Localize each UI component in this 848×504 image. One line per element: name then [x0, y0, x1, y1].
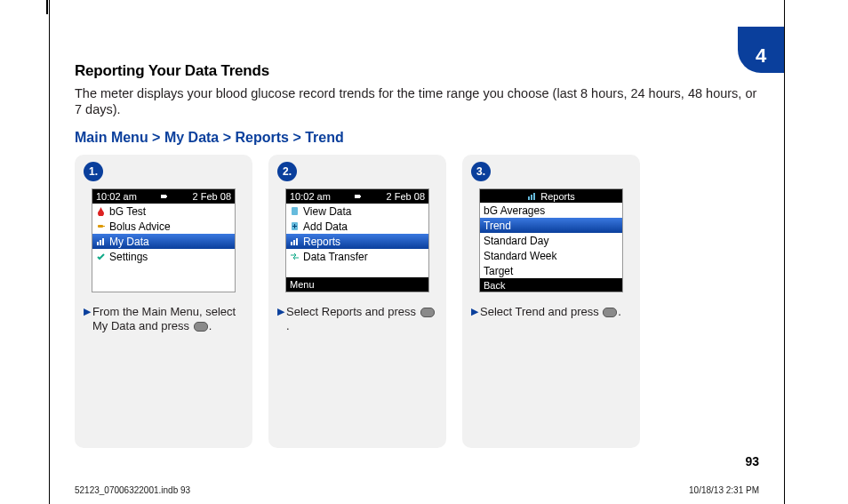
section-title: Reporting Your Data Trends	[75, 62, 759, 80]
menu-item-label: bG Test	[109, 205, 146, 218]
svg-rect-1	[166, 196, 167, 197]
chart-icon	[290, 236, 300, 246]
menu-item-standard-week[interactable]: Standard Week	[480, 248, 622, 263]
chart-icon	[96, 236, 106, 246]
status-date: 2 Feb 08	[387, 191, 425, 202]
bullet-icon: ▶	[277, 305, 284, 332]
drop-icon	[96, 206, 106, 216]
device-screen-reports: Reports bG Averages Trend Standard Day S…	[479, 188, 623, 292]
svg-rect-14	[528, 196, 530, 200]
status-date: 2 Feb 08	[193, 191, 231, 202]
svg-rect-0	[161, 195, 166, 198]
button-icon	[194, 322, 208, 332]
menu-item-reports[interactable]: Reports	[286, 234, 428, 249]
button-icon	[420, 308, 435, 317]
menu-item-trend[interactable]: Trend	[480, 218, 622, 233]
menu-item-my-data[interactable]: My Data	[92, 234, 235, 249]
menu-item-label: Reports	[303, 236, 340, 248]
screen-filler	[92, 264, 235, 292]
steps-row: 1. 10:02 am 2 Feb 08 bG Test	[75, 155, 759, 448]
menu-list: View Data Add Data Reports Data Transfer	[286, 204, 428, 264]
menu-item-bg-averages[interactable]: bG Averages	[480, 203, 622, 218]
device-screen-main-menu: 10:02 am 2 Feb 08 bG Test	[92, 188, 236, 292]
menu-list: bG Test Bolus Advice My Data Settings	[92, 204, 235, 264]
footer-filename: 52123_07006322001.indb 93	[75, 485, 190, 495]
intro-text: The meter displays your blood glucose re…	[75, 85, 759, 117]
menu-item-label: My Data	[109, 236, 149, 248]
battery-icon	[161, 193, 168, 200]
svg-rect-11	[291, 242, 292, 245]
status-time: 10:02 am	[96, 191, 137, 202]
svg-rect-8	[360, 196, 361, 197]
softkey-label: Menu	[290, 279, 315, 290]
menu-item-label: Standard Day	[484, 235, 548, 247]
crop-mark	[46, 0, 48, 14]
step-card-2: 2. 10:02 am 2 Feb 08 View Data	[268, 155, 446, 448]
plus-icon	[290, 221, 300, 231]
step-badge: 3.	[471, 162, 491, 181]
menu-item-target[interactable]: Target	[480, 263, 622, 278]
menu-item-add-data[interactable]: Add Data	[286, 219, 428, 234]
device-screen-my-data: 10:02 am 2 Feb 08 View Data	[285, 188, 429, 292]
status-time: 10:02 am	[290, 191, 331, 202]
caption-text: Select Reports and press	[286, 305, 420, 318]
step-caption: ▶ Select Trend and press .	[471, 305, 631, 319]
page-number: 93	[745, 454, 759, 468]
svg-rect-7	[355, 195, 360, 198]
svg-rect-13	[296, 238, 298, 245]
step-card-1: 1. 10:02 am 2 Feb 08 bG Test	[75, 155, 252, 448]
syringe-icon	[96, 221, 106, 231]
status-icons	[137, 193, 193, 200]
screen-filler	[286, 264, 428, 277]
step-badge: 1.	[84, 162, 103, 181]
menu-item-standard-day[interactable]: Standard Day	[480, 233, 622, 248]
chart-icon	[527, 191, 537, 201]
caption-text: From the Main Menu, select My Data and p…	[92, 305, 236, 332]
menu-item-bg-test[interactable]: bG Test	[92, 204, 235, 219]
button-icon	[603, 308, 617, 317]
menu-item-label: Add Data	[303, 220, 348, 233]
check-icon	[96, 252, 106, 261]
svg-rect-5	[100, 240, 101, 245]
step-badge: 2.	[277, 162, 297, 181]
menu-list: bG Averages Trend Standard Day Standard …	[480, 203, 622, 278]
screen-title: Reports	[540, 191, 575, 202]
bullet-icon: ▶	[471, 305, 478, 319]
menu-item-view-data[interactable]: View Data	[286, 204, 428, 219]
menu-item-label: Trend	[484, 220, 511, 232]
menu-item-data-transfer[interactable]: Data Transfer	[286, 249, 428, 264]
menu-item-settings[interactable]: Settings	[92, 249, 235, 264]
caption-text-after: .	[209, 319, 212, 332]
caption-text-after: .	[286, 319, 290, 332]
svg-rect-4	[97, 242, 99, 245]
footer-timestamp: 10/18/13 2:31 PM	[689, 485, 759, 495]
page-icon	[290, 206, 300, 216]
svg-rect-15	[531, 195, 532, 200]
menu-item-label: Target	[484, 265, 513, 277]
menu-item-label: bG Averages	[484, 204, 545, 217]
svg-rect-6	[102, 238, 104, 245]
menu-item-label: Bolus Advice	[109, 220, 171, 233]
softkey-label: Back	[484, 280, 505, 291]
page: 4 Reporting Your Data Trends The meter d…	[49, 0, 785, 504]
title-bar: Reports	[480, 189, 622, 203]
softkey-bar[interactable]: Menu	[286, 277, 428, 292]
menu-item-label: View Data	[303, 205, 351, 218]
status-icons	[331, 193, 387, 200]
transfer-icon	[290, 252, 300, 261]
menu-item-bolus-advice[interactable]: Bolus Advice	[92, 219, 235, 234]
svg-rect-12	[293, 240, 295, 245]
breadcrumb: Main Menu > My Data > Reports > Trend	[75, 130, 759, 146]
caption-text-after: .	[618, 305, 621, 318]
softkey-bar[interactable]: Back	[480, 278, 622, 292]
battery-icon	[355, 193, 362, 200]
step-card-3: 3. Reports bG Averages Trend	[462, 155, 640, 448]
svg-rect-16	[533, 193, 535, 200]
step-caption: ▶ Select Reports and press .	[277, 305, 437, 332]
menu-item-label: Data Transfer	[303, 251, 368, 263]
status-bar: 10:02 am 2 Feb 08	[92, 189, 235, 204]
svg-rect-9	[292, 207, 298, 215]
menu-item-label: Settings	[109, 251, 148, 263]
caption-text: Select Trend and press	[480, 305, 602, 318]
status-bar: 10:02 am 2 Feb 08	[286, 189, 428, 204]
